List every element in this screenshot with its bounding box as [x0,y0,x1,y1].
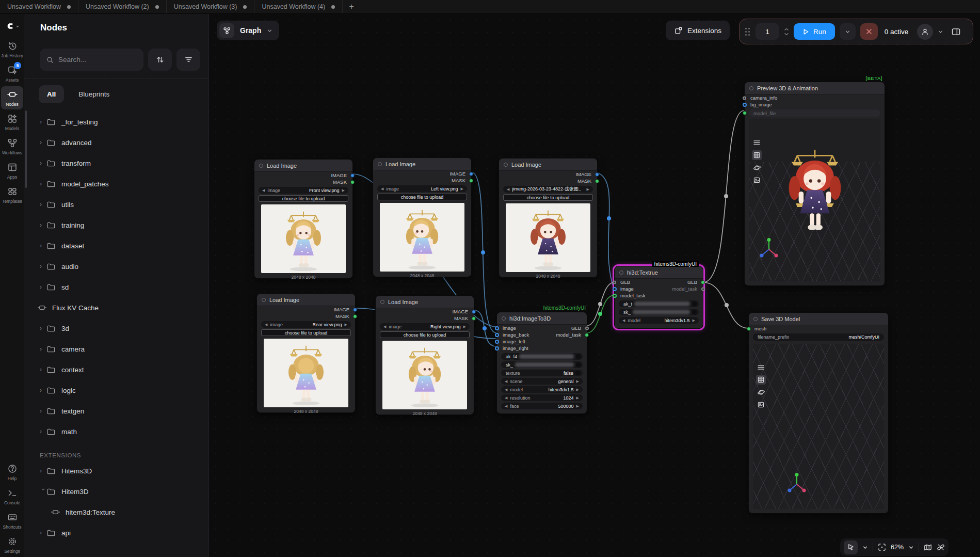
output-port-image[interactable] [353,308,357,312]
orbit-icon[interactable] [756,387,766,397]
tab-workflow-3[interactable]: Unsaved Workflow (3) [167,0,255,13]
run-button[interactable]: Run [794,23,835,40]
tree-folder-camera[interactable]: ›camera [24,339,208,359]
collapse-dot-icon[interactable] [262,298,266,302]
tab-workflow-4[interactable]: Unsaved Workflow (4) [254,0,343,13]
tree-folder-dataset[interactable]: ›dataset [24,235,208,256]
texture-toggle-widget[interactable]: texturefalse [501,370,583,376]
node-load-image-right[interactable]: Load Image IMAGE MASK ◀imageRight view.p… [375,295,474,415]
node-preview-3d-animation[interactable]: [BETA] Preview 3D & Animation camera_inf… [744,82,885,286]
node-header[interactable]: Preview 3D & Animation [745,82,885,94]
image-combo-widget[interactable]: ◀imageRear view.png▶ [261,321,351,328]
model-file-widget[interactable]: model_file [749,109,880,117]
upload-button[interactable]: choose file to upload [380,331,470,338]
output-port-mask[interactable] [353,314,357,319]
graph-selector[interactable]: Graph [217,21,279,40]
select-tool-button[interactable] [844,540,858,554]
output-port-model-task[interactable] [701,287,705,291]
sidebar-item-templates[interactable]: Templates [1,183,23,206]
sidebar-item-job-history[interactable]: Job History [1,38,23,61]
image-combo-widget[interactable]: ◀jimeng-2026-03-23-4822-这张图..▶ [503,186,593,193]
tab-blueprints[interactable]: Blueprints [70,85,118,103]
input-port-model-file[interactable] [743,111,747,115]
new-tab-button[interactable]: + [343,0,360,13]
node-header[interactable]: Save 3D Model [749,313,888,325]
output-port-glb[interactable] [585,326,589,330]
queue-count-input[interactable]: 1 [756,23,779,40]
toggle-links-button[interactable] [937,543,945,551]
output-port-image[interactable] [350,173,355,178]
tab-workflow-1[interactable]: Unsaved Workflow [0,0,78,13]
tree-folder-textgen[interactable]: ›textgen [24,401,208,421]
output-port-image[interactable] [595,172,599,177]
sidebar-item-models[interactable]: Models [1,110,23,134]
output-port-image[interactable] [469,172,473,176]
tree-folder-hitem3d[interactable]: ›Hitem3D [24,481,208,502]
queue-count-steppers[interactable] [784,28,789,36]
zoom-level[interactable]: 62% [891,544,904,551]
sidebar-item-assets[interactable]: 5 Assets [1,62,23,85]
minimap-button[interactable] [924,544,932,551]
node-load-image-rear[interactable]: Load Image IMAGE MASK ◀imageRear view.pn… [256,293,356,413]
upload-button[interactable]: choose file to upload [259,195,348,202]
node-load-image-jimeng[interactable]: Load Image IMAGE MASK ◀jimeng-2026-03-23… [499,158,598,278]
node-header[interactable]: Load Image [254,160,352,172]
scene-combo-widget[interactable]: ◀scenegeneral▶ [501,378,583,385]
node-hi3d-image-to-3d[interactable]: hitems3D-comfyUI hi3d:ImageTo3D imageGLB… [496,312,587,414]
input-port-camera-info[interactable] [743,96,746,100]
tree-folder-for-testing[interactable]: ›_for_testing [24,112,208,132]
input-port-model-task[interactable] [613,294,617,298]
output-port-model-task[interactable] [585,333,589,337]
sidebar-item-apps[interactable]: Apps [1,159,23,182]
sidebar-item-console[interactable]: Console [1,485,23,508]
tree-folder-hitems3d[interactable]: ›Hitems3D [24,460,208,481]
ak-secret-widget[interactable]: ak_f4 [501,353,583,360]
fit-view-button[interactable] [878,543,886,551]
input-port-image-back[interactable] [495,333,499,337]
node-load-image-left[interactable]: Load Image IMAGE MASK ◀imageLeft view.pn… [373,157,472,277]
input-port-bg-image[interactable] [743,103,747,107]
tree-folder-training[interactable]: ›training [24,215,208,235]
sort-button[interactable] [148,49,172,71]
orbit-icon[interactable] [752,163,762,172]
cancel-button[interactable] [860,23,878,40]
tree-folder-advanced[interactable]: ›advanced [24,132,208,153]
model-combo-widget[interactable]: ◀modelhitem3dv1.5▶ [501,386,583,393]
menu-icon[interactable] [752,138,762,148]
node-save-3d-model[interactable]: Save 3D Model mesh filename_prefixmesh/C… [748,312,889,514]
node-header[interactable]: hi3d:Textrue [615,266,703,279]
tree-folder-3d[interactable]: ›3d [24,318,208,339]
input-port-image-left[interactable] [495,340,499,344]
extensions-button[interactable]: Extensions [666,21,730,40]
node-hi3d-texture-selected[interactable]: hitems3D-comfyUI hi3d:Textrue GLBGLB ima… [614,266,703,329]
input-port-mesh[interactable] [747,327,751,331]
tree-folder-logic[interactable]: ›logic [24,380,208,401]
search-input[interactable] [58,56,137,63]
image-icon[interactable] [756,400,766,409]
tree-node-hitem3d-texture[interactable]: hitem3d:Texture [24,502,208,522]
tree-folder-utils[interactable]: ›utils [24,194,208,215]
image-combo-widget[interactable]: ◀imageRight view.png▶ [380,323,470,330]
collapse-dot-icon[interactable] [378,162,382,166]
sidebar-item-settings[interactable]: Settings [1,533,23,556]
image-combo-widget[interactable]: ◀imageLeft view.png▶ [377,185,467,192]
axis-gizmo[interactable] [757,236,781,260]
node-load-image-front[interactable]: Load Image IMAGE MASK ◀imageFront view.p… [254,159,353,279]
output-port-mask[interactable] [595,179,599,183]
face-combo-widget[interactable]: ◀face500000▶ [501,403,583,409]
collapse-dot-icon[interactable] [504,163,508,167]
model-combo-widget[interactable]: ◀modelhitem3dv1.5▶ [619,317,699,324]
output-port-mask[interactable] [472,316,476,321]
filter-button[interactable] [176,49,200,71]
scrollbar[interactable] [25,110,27,188]
image-icon[interactable] [752,175,762,185]
input-port-image[interactable] [613,287,617,291]
filename-prefix-widget[interactable]: filename_prefixmesh/ComfyUI [753,333,884,341]
grid-toggle-icon[interactable] [752,150,762,160]
sidebar-item-workflows[interactable]: Workflows [1,135,23,158]
run-options-button[interactable] [840,23,856,40]
axis-gizmo[interactable] [785,471,809,495]
collapse-dot-icon[interactable] [619,270,623,275]
tab-workflow-2[interactable]: Unsaved Workflow (2) [78,0,167,13]
menu-icon[interactable] [756,362,766,372]
